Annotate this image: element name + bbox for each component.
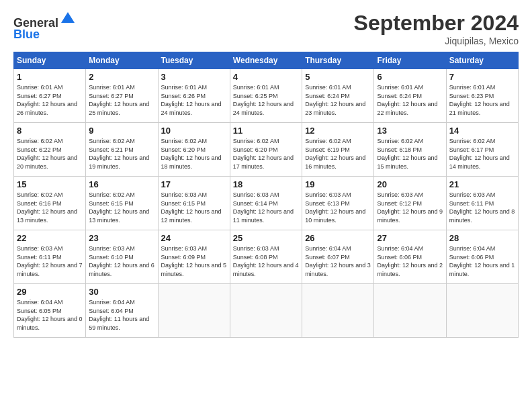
day-number: 22 <box>17 233 83 243</box>
calendar-week-5: 29 Sunrise: 6:04 AM Sunset: 6:05 PM Dayl… <box>14 284 519 338</box>
day-number: 12 <box>305 126 371 136</box>
day-number: 29 <box>17 287 83 297</box>
page: General Blue September 2024 Jiquipilas, … <box>0 0 532 411</box>
day-info: Sunrise: 6:02 AM Sunset: 6:22 PM Dayligh… <box>17 137 83 171</box>
day-info: Sunrise: 6:03 AM Sunset: 6:11 PM Dayligh… <box>17 244 83 278</box>
calendar-cell <box>374 284 446 338</box>
calendar-cell: 16 Sunrise: 6:02 AM Sunset: 6:15 PM Dayl… <box>86 177 158 230</box>
calendar-week-2: 8 Sunrise: 6:02 AM Sunset: 6:22 PM Dayli… <box>14 123 519 177</box>
day-number: 13 <box>377 126 443 136</box>
title-block: September 2024 Jiquipilas, Mexico <box>354 11 519 46</box>
calendar-week-3: 15 Sunrise: 6:02 AM Sunset: 6:16 PM Dayl… <box>14 177 519 230</box>
header-row: Sunday Monday Tuesday Wednesday Thursday… <box>14 52 519 69</box>
day-info: Sunrise: 6:03 AM Sunset: 6:13 PM Dayligh… <box>305 191 371 224</box>
calendar-cell: 24 Sunrise: 6:03 AM Sunset: 6:09 PM Dayl… <box>158 230 230 284</box>
calendar-cell: 14 Sunrise: 6:02 AM Sunset: 6:17 PM Dayl… <box>446 123 518 177</box>
day-info: Sunrise: 6:04 AM Sunset: 6:04 PM Dayligh… <box>89 298 154 332</box>
calendar-week-4: 22 Sunrise: 6:03 AM Sunset: 6:11 PM Dayl… <box>14 230 519 284</box>
day-info: Sunrise: 6:02 AM Sunset: 6:21 PM Dayligh… <box>89 137 154 171</box>
day-info: Sunrise: 6:01 AM Sunset: 6:27 PM Dayligh… <box>89 83 154 117</box>
day-info: Sunrise: 6:01 AM Sunset: 6:24 PM Dayligh… <box>377 83 443 117</box>
day-info: Sunrise: 6:03 AM Sunset: 6:08 PM Dayligh… <box>233 244 299 278</box>
calendar-cell: 6 Sunrise: 6:01 AM Sunset: 6:24 PM Dayli… <box>374 69 446 123</box>
day-number: 9 <box>89 126 154 136</box>
day-number: 15 <box>17 179 83 189</box>
calendar-body: 1 Sunrise: 6:01 AM Sunset: 6:27 PM Dayli… <box>14 69 519 338</box>
day-info: Sunrise: 6:04 AM Sunset: 6:06 PM Dayligh… <box>377 244 443 278</box>
day-info: Sunrise: 6:01 AM Sunset: 6:23 PM Dayligh… <box>449 83 515 117</box>
day-number: 21 <box>449 179 515 189</box>
logo: General Blue <box>13 11 76 42</box>
day-info: Sunrise: 6:03 AM Sunset: 6:12 PM Dayligh… <box>377 191 443 224</box>
day-number: 25 <box>233 233 299 243</box>
calendar-cell: 29 Sunrise: 6:04 AM Sunset: 6:05 PM Dayl… <box>14 284 86 338</box>
day-info: Sunrise: 6:03 AM Sunset: 6:09 PM Dayligh… <box>161 244 227 278</box>
calendar-cell: 9 Sunrise: 6:02 AM Sunset: 6:21 PM Dayli… <box>86 123 158 177</box>
col-monday: Monday <box>86 52 158 69</box>
day-number: 4 <box>233 72 299 82</box>
calendar-cell: 13 Sunrise: 6:02 AM Sunset: 6:18 PM Dayl… <box>374 123 446 177</box>
day-info: Sunrise: 6:02 AM Sunset: 6:20 PM Dayligh… <box>161 137 227 171</box>
day-number: 6 <box>377 72 443 82</box>
col-friday: Friday <box>374 52 446 69</box>
day-number: 26 <box>305 233 371 243</box>
calendar-cell: 28 Sunrise: 6:04 AM Sunset: 6:06 PM Dayl… <box>446 230 518 284</box>
day-number: 7 <box>449 72 515 82</box>
day-number: 18 <box>233 179 299 189</box>
calendar-cell: 10 Sunrise: 6:02 AM Sunset: 6:20 PM Dayl… <box>158 123 230 177</box>
day-number: 17 <box>161 179 227 189</box>
day-info: Sunrise: 6:04 AM Sunset: 6:06 PM Dayligh… <box>449 244 515 278</box>
header: General Blue September 2024 Jiquipilas, … <box>13 11 519 46</box>
calendar-table: Sunday Monday Tuesday Wednesday Thursday… <box>13 52 519 338</box>
day-info: Sunrise: 6:02 AM Sunset: 6:20 PM Dayligh… <box>233 137 299 171</box>
day-info: Sunrise: 6:03 AM Sunset: 6:11 PM Dayligh… <box>449 191 515 224</box>
month-title: September 2024 <box>354 11 519 36</box>
calendar-cell: 11 Sunrise: 6:02 AM Sunset: 6:20 PM Dayl… <box>230 123 302 177</box>
day-number: 24 <box>161 233 227 243</box>
day-number: 5 <box>305 72 371 82</box>
calendar-cell: 23 Sunrise: 6:03 AM Sunset: 6:10 PM Dayl… <box>86 230 158 284</box>
day-info: Sunrise: 6:02 AM Sunset: 6:15 PM Dayligh… <box>89 191 154 224</box>
calendar-cell: 2 Sunrise: 6:01 AM Sunset: 6:27 PM Dayli… <box>86 69 158 123</box>
day-info: Sunrise: 6:01 AM Sunset: 6:26 PM Dayligh… <box>161 83 227 117</box>
calendar-cell <box>446 284 518 338</box>
calendar-cell <box>302 284 374 338</box>
calendar-cell: 3 Sunrise: 6:01 AM Sunset: 6:26 PM Dayli… <box>158 69 230 123</box>
col-thursday: Thursday <box>302 52 374 69</box>
calendar-cell: 15 Sunrise: 6:02 AM Sunset: 6:16 PM Dayl… <box>14 177 86 230</box>
day-info: Sunrise: 6:04 AM Sunset: 6:07 PM Dayligh… <box>305 244 371 278</box>
day-number: 10 <box>161 126 227 136</box>
day-info: Sunrise: 6:01 AM Sunset: 6:25 PM Dayligh… <box>233 83 299 117</box>
calendar-cell: 4 Sunrise: 6:01 AM Sunset: 6:25 PM Dayli… <box>230 69 302 123</box>
day-number: 16 <box>89 179 154 189</box>
day-number: 11 <box>233 126 299 136</box>
calendar-cell: 17 Sunrise: 6:03 AM Sunset: 6:15 PM Dayl… <box>158 177 230 230</box>
calendar-cell <box>230 284 302 338</box>
day-number: 19 <box>305 179 371 189</box>
day-info: Sunrise: 6:02 AM Sunset: 6:19 PM Dayligh… <box>305 137 371 171</box>
day-number: 30 <box>89 287 154 297</box>
calendar-cell: 25 Sunrise: 6:03 AM Sunset: 6:08 PM Dayl… <box>230 230 302 284</box>
calendar-week-1: 1 Sunrise: 6:01 AM Sunset: 6:27 PM Dayli… <box>14 69 519 123</box>
col-sunday: Sunday <box>14 52 86 69</box>
calendar-cell: 12 Sunrise: 6:02 AM Sunset: 6:19 PM Dayl… <box>302 123 374 177</box>
day-info: Sunrise: 6:03 AM Sunset: 6:10 PM Dayligh… <box>89 244 154 278</box>
calendar-cell: 21 Sunrise: 6:03 AM Sunset: 6:11 PM Dayl… <box>446 177 518 230</box>
calendar-cell: 26 Sunrise: 6:04 AM Sunset: 6:07 PM Dayl… <box>302 230 374 284</box>
day-info: Sunrise: 6:01 AM Sunset: 6:27 PM Dayligh… <box>17 83 83 117</box>
col-saturday: Saturday <box>446 52 518 69</box>
calendar-cell: 1 Sunrise: 6:01 AM Sunset: 6:27 PM Dayli… <box>14 69 86 123</box>
day-info: Sunrise: 6:01 AM Sunset: 6:24 PM Dayligh… <box>305 83 371 117</box>
col-wednesday: Wednesday <box>230 52 302 69</box>
day-number: 20 <box>377 179 443 189</box>
day-number: 8 <box>17 126 83 136</box>
location: Jiquipilas, Mexico <box>354 36 519 46</box>
day-info: Sunrise: 6:02 AM Sunset: 6:16 PM Dayligh… <box>17 191 83 224</box>
day-number: 27 <box>377 233 443 243</box>
day-info: Sunrise: 6:02 AM Sunset: 6:17 PM Dayligh… <box>449 137 515 171</box>
day-number: 1 <box>17 72 83 82</box>
logo-icon <box>60 11 76 27</box>
calendar-cell: 7 Sunrise: 6:01 AM Sunset: 6:23 PM Dayli… <box>446 69 518 123</box>
day-number: 2 <box>89 72 154 82</box>
day-info: Sunrise: 6:04 AM Sunset: 6:05 PM Dayligh… <box>17 298 83 332</box>
